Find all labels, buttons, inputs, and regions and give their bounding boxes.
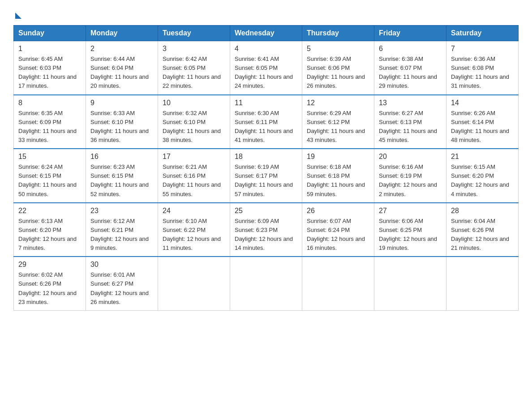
calendar-cell: 12 Sunrise: 6:29 AMSunset: 6:12 PMDaylig…: [302, 95, 374, 149]
day-info: Sunrise: 6:30 AMSunset: 6:11 PMDaylight:…: [235, 109, 297, 145]
calendar-cell: 29 Sunrise: 6:02 AMSunset: 6:26 PMDaylig…: [14, 257, 86, 310]
day-number: 25: [235, 207, 297, 215]
day-number: 28: [451, 207, 514, 215]
weekday-header-thursday: Thursday: [302, 26, 374, 41]
logo: [13, 11, 21, 17]
day-info: Sunrise: 6:19 AMSunset: 6:17 PMDaylight:…: [235, 163, 297, 199]
day-number: 24: [163, 207, 225, 215]
weekday-header-wednesday: Wednesday: [230, 26, 302, 41]
day-number: 2: [90, 45, 153, 53]
day-info: Sunrise: 6:01 AMSunset: 6:27 PMDaylight:…: [90, 270, 153, 307]
day-number: 22: [18, 207, 81, 215]
day-number: 26: [307, 207, 369, 215]
calendar-cell: 14 Sunrise: 6:26 AMSunset: 6:14 PMDaylig…: [446, 95, 519, 149]
calendar-cell: 7 Sunrise: 6:36 AMSunset: 6:08 PMDayligh…: [446, 41, 519, 95]
calendar-cell: 4 Sunrise: 6:41 AMSunset: 6:05 PMDayligh…: [230, 41, 302, 95]
weekday-header-sunday: Sunday: [14, 26, 86, 41]
day-number: 16: [90, 153, 153, 161]
day-number: 9: [90, 99, 153, 107]
calendar-cell: 20 Sunrise: 6:16 AMSunset: 6:19 PMDaylig…: [374, 149, 446, 203]
calendar-cell: [374, 257, 446, 310]
day-info: Sunrise: 6:07 AMSunset: 6:24 PMDaylight:…: [307, 217, 369, 253]
header: [13, 11, 519, 17]
calendar-cell: 26 Sunrise: 6:07 AMSunset: 6:24 PMDaylig…: [302, 203, 374, 257]
calendar-cell: 6 Sunrise: 6:38 AMSunset: 6:07 PMDayligh…: [374, 41, 446, 95]
day-number: 20: [379, 153, 442, 161]
day-info: Sunrise: 6:09 AMSunset: 6:23 PMDaylight:…: [235, 217, 297, 253]
calendar-cell: 16 Sunrise: 6:23 AMSunset: 6:15 PMDaylig…: [86, 149, 158, 203]
calendar-cell: 13 Sunrise: 6:27 AMSunset: 6:13 PMDaylig…: [374, 95, 446, 149]
calendar-table: SundayMondayTuesdayWednesdayThursdayFrid…: [13, 25, 519, 311]
weekday-header-saturday: Saturday: [446, 26, 519, 41]
calendar-cell: 18 Sunrise: 6:19 AMSunset: 6:17 PMDaylig…: [230, 149, 302, 203]
day-info: Sunrise: 6:04 AMSunset: 6:26 PMDaylight:…: [451, 217, 514, 253]
weekday-header-friday: Friday: [374, 26, 446, 41]
day-info: Sunrise: 6:39 AMSunset: 6:06 PMDaylight:…: [307, 55, 369, 91]
calendar-cell: 17 Sunrise: 6:21 AMSunset: 6:16 PMDaylig…: [158, 149, 230, 203]
day-number: 15: [18, 153, 81, 161]
day-number: 27: [379, 207, 442, 215]
calendar-cell: 22 Sunrise: 6:13 AMSunset: 6:20 PMDaylig…: [14, 203, 86, 257]
day-info: Sunrise: 6:02 AMSunset: 6:26 PMDaylight:…: [18, 270, 81, 307]
day-info: Sunrise: 6:27 AMSunset: 6:13 PMDaylight:…: [379, 109, 442, 145]
day-info: Sunrise: 6:41 AMSunset: 6:05 PMDaylight:…: [235, 55, 297, 91]
day-info: Sunrise: 6:33 AMSunset: 6:10 PMDaylight:…: [90, 109, 153, 145]
calendar-cell: 19 Sunrise: 6:18 AMSunset: 6:18 PMDaylig…: [302, 149, 374, 203]
calendar-cell: 25 Sunrise: 6:09 AMSunset: 6:23 PMDaylig…: [230, 203, 302, 257]
calendar-cell: 21 Sunrise: 6:15 AMSunset: 6:20 PMDaylig…: [446, 149, 519, 203]
weekday-header-row: SundayMondayTuesdayWednesdayThursdayFrid…: [14, 26, 519, 41]
day-info: Sunrise: 6:10 AMSunset: 6:22 PMDaylight:…: [163, 217, 225, 253]
day-number: 18: [235, 153, 297, 161]
calendar-cell: 10 Sunrise: 6:32 AMSunset: 6:10 PMDaylig…: [158, 95, 230, 149]
day-number: 14: [451, 99, 514, 107]
calendar-cell: 28 Sunrise: 6:04 AMSunset: 6:26 PMDaylig…: [446, 203, 519, 257]
day-info: Sunrise: 6:36 AMSunset: 6:08 PMDaylight:…: [451, 55, 514, 91]
calendar-week-row: 22 Sunrise: 6:13 AMSunset: 6:20 PMDaylig…: [14, 203, 519, 257]
calendar-cell: 2 Sunrise: 6:44 AMSunset: 6:04 PMDayligh…: [86, 41, 158, 95]
logo-triangle-icon: [15, 13, 21, 19]
day-number: 19: [307, 153, 369, 161]
day-info: Sunrise: 6:21 AMSunset: 6:16 PMDaylight:…: [163, 163, 225, 199]
day-info: Sunrise: 6:44 AMSunset: 6:04 PMDaylight:…: [90, 55, 153, 91]
day-info: Sunrise: 6:23 AMSunset: 6:15 PMDaylight:…: [90, 163, 153, 199]
day-number: 11: [235, 99, 297, 107]
calendar-week-row: 15 Sunrise: 6:24 AMSunset: 6:15 PMDaylig…: [14, 149, 519, 203]
calendar-cell: 24 Sunrise: 6:10 AMSunset: 6:22 PMDaylig…: [158, 203, 230, 257]
day-number: 6: [379, 45, 442, 53]
day-number: 23: [90, 207, 153, 215]
day-info: Sunrise: 6:42 AMSunset: 6:05 PMDaylight:…: [163, 55, 225, 91]
calendar-cell: 3 Sunrise: 6:42 AMSunset: 6:05 PMDayligh…: [158, 41, 230, 95]
day-number: 30: [90, 261, 153, 269]
weekday-header-tuesday: Tuesday: [158, 26, 230, 41]
day-number: 4: [235, 45, 297, 53]
day-info: Sunrise: 6:24 AMSunset: 6:15 PMDaylight:…: [18, 163, 81, 199]
calendar-week-row: 1 Sunrise: 6:45 AMSunset: 6:03 PMDayligh…: [14, 41, 519, 95]
day-number: 8: [18, 99, 81, 107]
day-info: Sunrise: 6:45 AMSunset: 6:03 PMDaylight:…: [18, 55, 81, 91]
calendar-week-row: 29 Sunrise: 6:02 AMSunset: 6:26 PMDaylig…: [14, 257, 519, 310]
day-number: 17: [163, 153, 225, 161]
day-number: 3: [163, 45, 225, 53]
calendar-cell: 23 Sunrise: 6:12 AMSunset: 6:21 PMDaylig…: [86, 203, 158, 257]
weekday-header-monday: Monday: [86, 26, 158, 41]
day-number: 13: [379, 99, 442, 107]
calendar-cell: 8 Sunrise: 6:35 AMSunset: 6:09 PMDayligh…: [14, 95, 86, 149]
day-info: Sunrise: 6:06 AMSunset: 6:25 PMDaylight:…: [379, 217, 442, 253]
day-info: Sunrise: 6:26 AMSunset: 6:14 PMDaylight:…: [451, 109, 514, 145]
day-info: Sunrise: 6:35 AMSunset: 6:09 PMDaylight:…: [18, 109, 81, 145]
day-info: Sunrise: 6:29 AMSunset: 6:12 PMDaylight:…: [307, 109, 369, 145]
day-number: 1: [18, 45, 81, 53]
calendar-cell: [158, 257, 230, 310]
day-number: 5: [307, 45, 369, 53]
day-info: Sunrise: 6:15 AMSunset: 6:20 PMDaylight:…: [451, 163, 514, 199]
day-number: 10: [163, 99, 225, 107]
calendar-week-row: 8 Sunrise: 6:35 AMSunset: 6:09 PMDayligh…: [14, 95, 519, 149]
day-info: Sunrise: 6:18 AMSunset: 6:18 PMDaylight:…: [307, 163, 369, 199]
calendar-cell: 27 Sunrise: 6:06 AMSunset: 6:25 PMDaylig…: [374, 203, 446, 257]
day-info: Sunrise: 6:32 AMSunset: 6:10 PMDaylight:…: [163, 109, 225, 145]
day-number: 7: [451, 45, 514, 53]
calendar-cell: [230, 257, 302, 310]
calendar-cell: 5 Sunrise: 6:39 AMSunset: 6:06 PMDayligh…: [302, 41, 374, 95]
calendar-cell: 11 Sunrise: 6:30 AMSunset: 6:11 PMDaylig…: [230, 95, 302, 149]
day-info: Sunrise: 6:38 AMSunset: 6:07 PMDaylight:…: [379, 55, 442, 91]
